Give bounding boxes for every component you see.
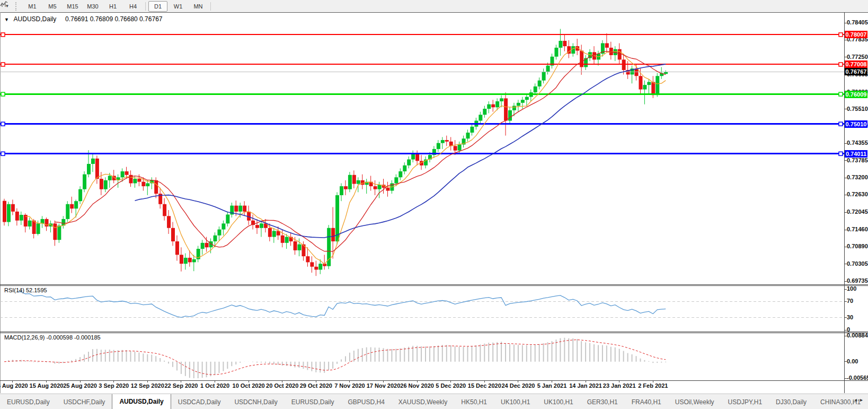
hline-price-label: 0.76009 <box>845 91 867 98</box>
hline-handle-icon[interactable] <box>839 152 843 155</box>
hline-price-label: 0.75010 <box>845 120 867 128</box>
scroll-left-icon[interactable]: ◂ <box>854 397 860 403</box>
price-chart[interactable] <box>0 0 868 409</box>
timeframe-button-h1[interactable]: H1 <box>103 1 122 12</box>
chart-tab-eurusd-daily[interactable]: EURUSD,Daily <box>285 394 341 409</box>
price-axis-label: 0.73200 <box>847 174 868 180</box>
chart-tab-bar: EURUSD,DailyUSDCHF,DailyAUDUSD,DailyUSDC… <box>0 394 868 409</box>
chart-tab-hk50-h1[interactable]: HK50,H1 <box>454 394 494 409</box>
price-axis-label: 0.70890 <box>847 243 868 249</box>
chart-tab-fra40-h1[interactable]: FRA40,H1 <box>625 394 668 409</box>
rsi-label: RSI(14) 52.1595 <box>4 287 47 293</box>
price-axis-label: 0.75510 <box>847 106 868 112</box>
current-price-label: 0.76767 <box>845 68 867 75</box>
macd-label: MACD(12,26,9) -0.000598 -0.000185 <box>4 334 101 341</box>
hline-price-label: 0.78007 <box>845 31 867 38</box>
chart-tab-eurusd-daily[interactable]: EURUSD,Daily <box>0 394 57 409</box>
price-axis-label: 0.73785 <box>847 157 868 163</box>
hline-handle-icon[interactable] <box>839 122 843 126</box>
toolbar-drag-grip[interactable] <box>15 2 21 11</box>
date-axis-label: 2 Feb 2021 <box>632 382 674 389</box>
price-axis-label: 0.72045 <box>847 208 868 215</box>
collapse-triangle-icon[interactable]: ▼ <box>4 17 9 22</box>
macd-axis-label: -0.005651 <box>847 375 868 381</box>
timeframe-toolbar: ▼ M1M5M15M30H1H4D1W1MN <box>0 0 868 12</box>
macd-axis-label: 0.00 <box>847 358 858 364</box>
chart-tab-usdcad-daily[interactable]: USDCAD,Daily <box>171 394 228 409</box>
toolbar-separator <box>210 2 211 11</box>
hline-price-label: 0.77008 <box>845 60 867 68</box>
chart-tab-usoil-weekly[interactable]: USOil,Weekly <box>668 394 721 409</box>
toolbar-separator <box>145 2 146 11</box>
timeframe-button-m15[interactable]: M15 <box>63 1 82 12</box>
chart-tab-gbpusd-h4[interactable]: GBPUSD,H4 <box>341 394 391 409</box>
hline-price-label: 0.74011 <box>845 150 867 158</box>
chart-tab-uk100-h1[interactable]: UK100,H1 <box>494 394 537 409</box>
rsi-axis-label: 30 <box>847 314 853 320</box>
price-axis-label: 0.78405 <box>847 19 868 25</box>
symbol-period-label: AUDUSD,Daily <box>14 15 57 23</box>
timeframe-button-w1[interactable]: W1 <box>169 1 188 12</box>
timeframe-button-d1[interactable]: D1 <box>148 1 167 12</box>
hline-handle-icon[interactable] <box>839 33 843 37</box>
hline-handle-icon[interactable] <box>839 92 843 96</box>
hline-handle-icon[interactable] <box>1 33 5 37</box>
chart-tab-usdchf-daily[interactable]: USDCHF,Daily <box>57 394 112 409</box>
hline-handle-icon[interactable] <box>1 152 5 155</box>
chart-tab-usdcnh-daily[interactable]: USDCNH,Daily <box>227 394 284 409</box>
price-axis-label: 0.70305 <box>847 260 868 267</box>
hline-handle-icon[interactable] <box>1 92 5 96</box>
price-axis-label: 0.74355 <box>847 140 868 146</box>
chart-title: ▼ AUDUSD,Daily 0.76691 0.76809 0.76680 0… <box>4 15 162 23</box>
hline-handle-icon[interactable] <box>1 63 5 66</box>
timeframe-button-m30[interactable]: M30 <box>83 1 102 12</box>
chart-background <box>0 12 868 393</box>
chart-indicator-icon[interactable]: ▼ <box>0 1 14 12</box>
macd-axis-label: 0.00884 <box>847 332 868 338</box>
chart-tab-uk100-h1[interactable]: UK100,H1 <box>537 394 580 409</box>
chart-tab-usdjpy-h1[interactable]: USDJPY,H1 <box>721 394 769 409</box>
chart-tab-ger30-h1[interactable]: GER30,H1 <box>580 394 625 409</box>
chart-tab-dj30-daily[interactable]: DJ30,Daily <box>769 394 813 409</box>
chart-tab-audusd-daily[interactable]: AUDUSD,Daily <box>112 394 171 409</box>
price-axis-label: 0.72630 <box>847 191 868 197</box>
chart-tab-xauusd-weekly[interactable]: XAUUSD,Weekly <box>392 394 454 409</box>
timeframe-button-m5[interactable]: M5 <box>43 1 62 12</box>
price-axis-label: 0.77250 <box>847 54 868 60</box>
hline-handle-icon[interactable] <box>839 63 843 66</box>
trading-platform-window: ▼ M1M5M15M30H1H4D1W1MN ▼ AUDUSD,Daily 0.… <box>0 0 868 409</box>
price-axis-label: 0.71460 <box>847 226 868 232</box>
timeframe-button-mn[interactable]: MN <box>189 1 208 12</box>
hline-handle-icon[interactable] <box>1 122 5 126</box>
timeframe-button-h4[interactable]: H4 <box>123 1 143 12</box>
rsi-axis-label: 100 <box>847 285 856 292</box>
rsi-axis-label: 70 <box>847 298 853 304</box>
tab-scroll-arrows[interactable]: ◂▸ <box>854 397 866 403</box>
timeframe-button-m1[interactable]: M1 <box>23 1 42 12</box>
ohlc-values: 0.76691 0.76809 0.76680 0.76767 <box>65 15 163 23</box>
price-axis-label: 0.69735 <box>847 277 868 284</box>
scroll-right-icon[interactable]: ▸ <box>860 397 866 403</box>
